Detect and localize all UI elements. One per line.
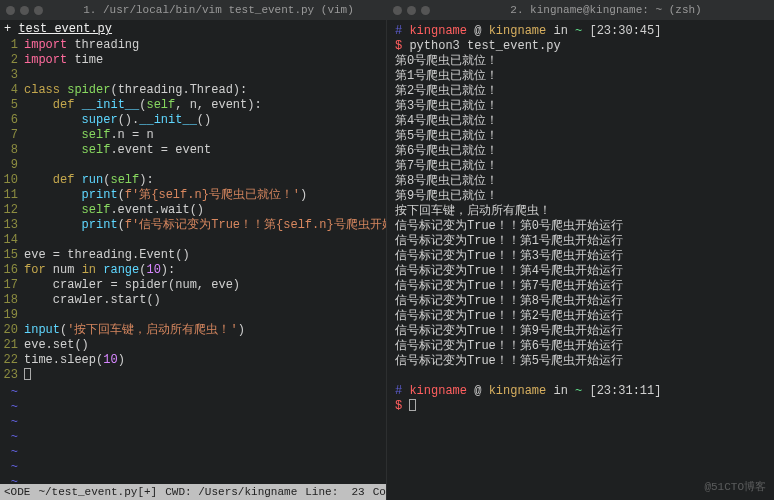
right-pane: 2. kingname@kingname: ~ (zsh) # kingname… xyxy=(387,0,774,500)
output-running-line: 信号标记变为True！！第3号爬虫开始运行 xyxy=(395,249,766,264)
right-titlebar: 2. kingname@kingname: ~ (zsh) xyxy=(387,0,774,20)
close-icon[interactable] xyxy=(393,6,402,15)
status-file: ~/test_event.py[+] xyxy=(38,486,157,498)
output-running-line: 信号标记变为True！！第5号爬虫开始运行 xyxy=(395,354,766,369)
output-running-line: 信号标记变为True！！第1号爬虫开始运行 xyxy=(395,234,766,249)
prompt-line: # kingname @ kingname in ~ [23:30:45] xyxy=(395,24,766,39)
output-ready-line: 第4号爬虫已就位！ xyxy=(395,114,766,129)
command-line: $ python3 test_event.py xyxy=(395,39,766,54)
output-ready-line: 第5号爬虫已就位！ xyxy=(395,129,766,144)
status-line: Line: 23 xyxy=(305,486,364,498)
status-mode: <ODE xyxy=(4,486,30,498)
output-ready-line: 第6号爬虫已就位！ xyxy=(395,144,766,159)
traffic-lights[interactable] xyxy=(6,6,43,15)
output-running-line: 信号标记变为True！！第7号爬虫开始运行 xyxy=(395,279,766,294)
left-title: 1. /usr/local/bin/vim test_event.py (vim… xyxy=(57,4,380,16)
output-ready-line: 第0号爬虫已就位！ xyxy=(395,54,766,69)
minimize-icon[interactable] xyxy=(20,6,29,15)
status-cwd: CWD: /Users/kingname xyxy=(165,486,297,498)
prompt-line: # kingname @ kingname in ~ [23:31:11] xyxy=(395,384,766,399)
editor-area[interactable]: 1import threading 2import time 3 4class … xyxy=(0,38,386,484)
editor-tabbar[interactable]: + test_event.py xyxy=(0,20,386,38)
output-running-line: 信号标记变为True！！第9号爬虫开始运行 xyxy=(395,324,766,339)
output-ready-line: 第9号爬虫已就位！ xyxy=(395,189,766,204)
close-icon[interactable] xyxy=(6,6,15,15)
left-titlebar: 1. /usr/local/bin/vim test_event.py (vim… xyxy=(0,0,386,20)
output-ready-line: 第1号爬虫已就位！ xyxy=(395,69,766,84)
zoom-icon[interactable] xyxy=(421,6,430,15)
traffic-lights[interactable] xyxy=(393,6,430,15)
right-title: 2. kingname@kingname: ~ (zsh) xyxy=(444,4,768,16)
left-pane: 1. /usr/local/bin/vim test_event.py (vim… xyxy=(0,0,387,500)
terminal-area[interactable]: # kingname @ kingname in ~ [23:30:45] $ … xyxy=(387,20,774,500)
status-col: Column: 0 xyxy=(373,486,387,498)
output-running-line: 信号标记变为True！！第4号爬虫开始运行 xyxy=(395,264,766,279)
output-running-line: 信号标记变为True！！第0号爬虫开始运行 xyxy=(395,219,766,234)
prompt-cursor[interactable]: $ xyxy=(395,399,766,414)
output-running-line: 信号标记变为True！！第2号爬虫开始运行 xyxy=(395,309,766,324)
output-running-line: 信号标记变为True！！第8号爬虫开始运行 xyxy=(395,294,766,309)
output-ready-line: 第7号爬虫已就位！ xyxy=(395,159,766,174)
minimize-icon[interactable] xyxy=(407,6,416,15)
output-input-line: 按下回车键，启动所有爬虫！ xyxy=(395,204,766,219)
output-ready-line: 第8号爬虫已就位！ xyxy=(395,174,766,189)
output-running-line: 信号标记变为True！！第6号爬虫开始运行 xyxy=(395,339,766,354)
zoom-icon[interactable] xyxy=(34,6,43,15)
output-ready-line: 第3号爬虫已就位！ xyxy=(395,99,766,114)
active-tab[interactable]: test_event.py xyxy=(18,22,112,36)
output-ready-line: 第2号爬虫已就位！ xyxy=(395,84,766,99)
vim-statusbar: <ODE ~/test_event.py[+] CWD: /Users/king… xyxy=(0,484,386,500)
tab-plus-icon: + xyxy=(4,22,11,36)
